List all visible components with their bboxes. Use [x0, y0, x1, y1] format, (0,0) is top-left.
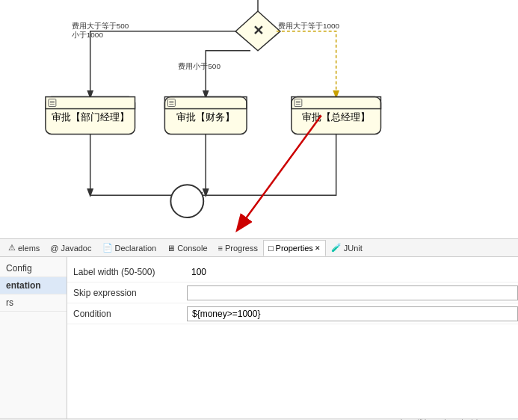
tab-junit-label: JUnit — [344, 244, 363, 253]
svg-text:费用大于等于1000: 费用大于等于1000 — [278, 22, 340, 30]
tab-problems[interactable]: ⚠ elems — [3, 240, 45, 256]
tab-console[interactable]: 🖥 Console — [161, 240, 212, 256]
diagram-area: ✕ 费用大于等于500 小于1000 费用小于500 费用大于等于1000 审批… — [0, 0, 518, 239]
prop-label-condition: Condition — [67, 306, 187, 322]
prop-row-condition: Condition — [67, 303, 518, 324]
javadoc-icon: @ — [50, 244, 58, 253]
prop-label-skipexpr: Skip expression — [67, 285, 187, 301]
console-icon: 🖥 — [167, 244, 175, 253]
svg-text:审批【部门经理】: 审批【部门经理】 — [52, 111, 129, 123]
tab-bar: ⚠ elems @ Javadoc 📄 Declaration 🖥 Consol… — [0, 239, 518, 257]
svg-rect-9 — [46, 97, 135, 109]
tab-properties-label: Properties — [276, 244, 313, 253]
tab-console-label: Console — [177, 244, 207, 253]
tab-properties[interactable]: □ Properties ✕ — [263, 240, 326, 256]
tab-problems-label: elems — [18, 244, 40, 253]
left-sidebar: Config entation rs — [0, 257, 67, 419]
tab-declaration-label: Declaration — [115, 244, 157, 253]
sidebar-item-rs[interactable]: rs — [0, 294, 67, 312]
svg-text:审批【总经理】: 审批【总经理】 — [302, 111, 370, 123]
sidebar-impl-label: entation — [6, 280, 41, 291]
svg-text:费用小于500: 费用小于500 — [178, 62, 221, 70]
properties-panel: Config entation rs Label width (50-500) … — [0, 257, 518, 419]
svg-text:审批【财务】: 审批【财务】 — [176, 111, 235, 123]
svg-point-30 — [170, 185, 203, 217]
sidebar-item-implementation[interactable]: entation — [0, 277, 67, 294]
tab-javadoc-label: Javadoc — [61, 244, 92, 253]
prop-value-condition[interactable] — [187, 306, 518, 321]
prop-value-skipexpr[interactable] — [187, 285, 518, 300]
progress-icon: ≡ — [218, 244, 223, 253]
tab-junit[interactable]: 🧪 JUnit — [326, 240, 368, 256]
sidebar-item-config[interactable]: Config — [0, 260, 67, 277]
props-table: Label width (50-500) 100 Skip expression… — [67, 257, 518, 419]
prop-value-labelwidth: 100 — [187, 264, 518, 280]
tab-progress-label: Progress — [225, 244, 258, 253]
warning-icon: ⚠ — [8, 243, 16, 253]
sidebar-config-label: Config — [6, 263, 32, 274]
sidebar-rs-label: rs — [6, 297, 13, 308]
svg-text:小于1000: 小于1000 — [72, 31, 104, 39]
prop-row-labelwidth: Label width (50-500) 100 — [67, 262, 518, 282]
declaration-icon: 📄 — [102, 243, 113, 253]
tab-declaration[interactable]: 📄 Declaration — [97, 240, 162, 256]
properties-close[interactable]: ✕ — [315, 244, 321, 252]
diagram-svg: ✕ 费用大于等于500 小于1000 费用小于500 费用大于等于1000 审批… — [0, 0, 518, 238]
svg-text:费用大于等于500: 费用大于等于500 — [72, 22, 129, 30]
prop-label-labelwidth: Label width (50-500) — [67, 264, 187, 280]
junit-icon: 🧪 — [331, 243, 342, 253]
tab-javadoc[interactable]: @ Javadoc — [45, 240, 96, 256]
properties-icon: □ — [268, 244, 274, 253]
tab-progress[interactable]: ≡ Progress — [213, 240, 263, 256]
svg-text:✕: ✕ — [253, 23, 264, 38]
prop-row-skipexpr: Skip expression — [67, 282, 518, 303]
